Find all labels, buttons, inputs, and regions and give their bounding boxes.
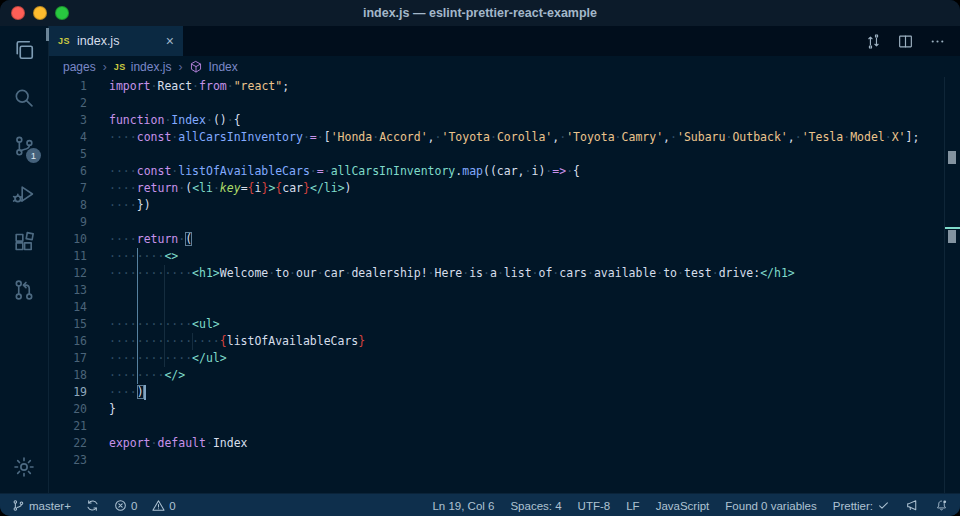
line-number-19: 19 bbox=[49, 384, 109, 401]
line-number-1: 1 bbox=[49, 78, 109, 95]
ruler-marker bbox=[948, 151, 956, 164]
status-label: Ln 19, Col 6 bbox=[432, 500, 494, 512]
code-line-20[interactable]: } bbox=[109, 401, 960, 418]
vscode-window: index.js — eslint-prettier-react-example… bbox=[0, 0, 960, 516]
activity-bar-item-explorer[interactable] bbox=[0, 26, 48, 74]
code-line-3[interactable]: function·Index·()·{ bbox=[109, 112, 960, 129]
activity-bar-top: 1 bbox=[0, 26, 48, 314]
breadcrumb-item-pages[interactable]: pages bbox=[63, 60, 96, 74]
status-0[interactable]: 0 bbox=[114, 499, 137, 512]
error-icon bbox=[114, 499, 127, 512]
status-label: 0 bbox=[169, 500, 175, 512]
activity-bar-item-manage[interactable] bbox=[0, 443, 48, 491]
code-line-15[interactable]: ············<ul> bbox=[109, 316, 960, 333]
code-line-18[interactable]: ········</> bbox=[109, 367, 960, 384]
activity-bar-item-search[interactable] bbox=[0, 74, 48, 122]
split-editor-icon[interactable] bbox=[897, 33, 914, 50]
git-branch-icon bbox=[12, 499, 25, 512]
code-line-8[interactable]: ····}) bbox=[109, 197, 960, 214]
line-number-10: 10 bbox=[49, 231, 109, 248]
tab-indexjs[interactable]: JS index.js × bbox=[49, 26, 183, 56]
status-feedback[interactable] bbox=[906, 499, 919, 512]
line-number-13: 13 bbox=[49, 282, 109, 299]
pull-request-icon bbox=[12, 278, 36, 302]
indent-guide bbox=[164, 282, 165, 299]
code-line-4[interactable]: ····const·allCarsInInventory·=·['Honda·A… bbox=[109, 129, 960, 146]
close-window-button[interactable] bbox=[11, 6, 25, 20]
activity-bar-item-run-debug[interactable] bbox=[0, 170, 48, 218]
status-label: LF bbox=[626, 500, 639, 512]
text-cursor bbox=[144, 385, 146, 400]
activity-bar-item-source-control[interactable]: 1 bbox=[0, 122, 48, 170]
code-line-1[interactable]: import·React·from·"react"; bbox=[109, 78, 960, 95]
status-label: Found 0 variables bbox=[725, 500, 816, 512]
line-number-8: 8 bbox=[49, 197, 109, 214]
status-label: 0 bbox=[131, 500, 137, 512]
tab-close-icon[interactable]: × bbox=[166, 34, 174, 48]
sync-icon bbox=[86, 499, 99, 512]
line-number-22: 22 bbox=[49, 435, 109, 452]
line-number-23: 23 bbox=[49, 452, 109, 469]
status-javascript[interactable]: JavaScript bbox=[656, 500, 710, 512]
status-spaces-4[interactable]: Spaces: 4 bbox=[510, 500, 561, 512]
more-actions-icon[interactable] bbox=[929, 33, 946, 50]
minimize-window-button[interactable] bbox=[33, 6, 47, 20]
code-line-6[interactable]: ····const·listOfAvailableCars·=·allCarsI… bbox=[109, 163, 960, 180]
indent-guide bbox=[164, 299, 165, 316]
line-number-7: 7 bbox=[49, 180, 109, 197]
code-line-11[interactable]: ········<> bbox=[109, 248, 960, 265]
code-line-14[interactable] bbox=[109, 299, 960, 316]
search-icon bbox=[12, 86, 36, 110]
status-label: master+ bbox=[29, 500, 71, 512]
code-line-2[interactable] bbox=[109, 95, 960, 112]
code-line-17[interactable]: ············</ul> bbox=[109, 350, 960, 367]
code-line-7[interactable]: ····return·(<li·key={i}>{car}</li>) bbox=[109, 180, 960, 197]
breadcrumb-item-index-js[interactable]: JSindex.js bbox=[114, 60, 172, 74]
status-label: Spaces: 4 bbox=[510, 500, 561, 512]
code-line-21[interactable] bbox=[109, 418, 960, 435]
line-number-2: 2 bbox=[49, 95, 109, 112]
code-line-13[interactable] bbox=[109, 282, 960, 299]
status-label: JavaScript bbox=[656, 500, 710, 512]
code-line-19[interactable]: ····) bbox=[109, 384, 960, 401]
status-master[interactable]: master+ bbox=[12, 499, 71, 512]
tab-bar: JS index.js × bbox=[49, 26, 960, 56]
js-file-icon: JS bbox=[58, 36, 70, 46]
code-line-9[interactable] bbox=[109, 214, 960, 231]
code-line-5[interactable] bbox=[109, 146, 960, 163]
status-ln-19-col-6[interactable]: Ln 19, Col 6 bbox=[432, 500, 494, 512]
status-sync[interactable] bbox=[86, 499, 99, 512]
js-icon: JS bbox=[114, 62, 126, 72]
code-area[interactable]: import·React·from·"react";function·Index… bbox=[109, 78, 960, 493]
code-line-12[interactable]: ············<h1>Welcome·to·our·car·deale… bbox=[109, 265, 960, 282]
window-title: index.js — eslint-prettier-react-example bbox=[363, 6, 597, 20]
activity-bar-item-extensions[interactable] bbox=[0, 218, 48, 266]
status-found-0-variables[interactable]: Found 0 variables bbox=[725, 500, 816, 512]
check-icon bbox=[877, 499, 890, 512]
status-prettier[interactable]: Prettier: bbox=[833, 499, 890, 512]
scm-badge: 1 bbox=[26, 148, 41, 163]
status-utf-8[interactable]: UTF-8 bbox=[578, 500, 611, 512]
activity-bar-item-github-pull-requests[interactable] bbox=[0, 266, 48, 314]
breadcrumb-item-index[interactable]: Index bbox=[189, 60, 237, 74]
code-line-10[interactable]: ····return·( bbox=[109, 231, 960, 248]
ruler-marker bbox=[948, 230, 956, 243]
status-label: Prettier: bbox=[833, 500, 873, 512]
status-bell-dot[interactable] bbox=[935, 499, 948, 512]
code-line-22[interactable]: export·default·Index bbox=[109, 435, 960, 452]
breadcrumb-label: pages bbox=[63, 60, 96, 74]
line-number-15: 15 bbox=[49, 316, 109, 333]
symbol-module-icon bbox=[189, 60, 203, 74]
code-line-23[interactable] bbox=[109, 452, 960, 469]
zoom-window-button[interactable] bbox=[55, 6, 69, 20]
overview-ruler[interactable] bbox=[944, 77, 960, 493]
open-changes-icon[interactable] bbox=[865, 33, 882, 50]
status-lf[interactable]: LF bbox=[626, 500, 639, 512]
files-icon bbox=[12, 38, 36, 62]
titlebar: index.js — eslint-prettier-react-example bbox=[0, 0, 960, 26]
code-line-16[interactable]: ················{listOfAvailableCars} bbox=[109, 333, 960, 350]
line-number-4: 4 bbox=[49, 129, 109, 146]
status-0[interactable]: 0 bbox=[152, 499, 175, 512]
line-number-9: 9 bbox=[49, 214, 109, 231]
status-label: UTF-8 bbox=[578, 500, 611, 512]
